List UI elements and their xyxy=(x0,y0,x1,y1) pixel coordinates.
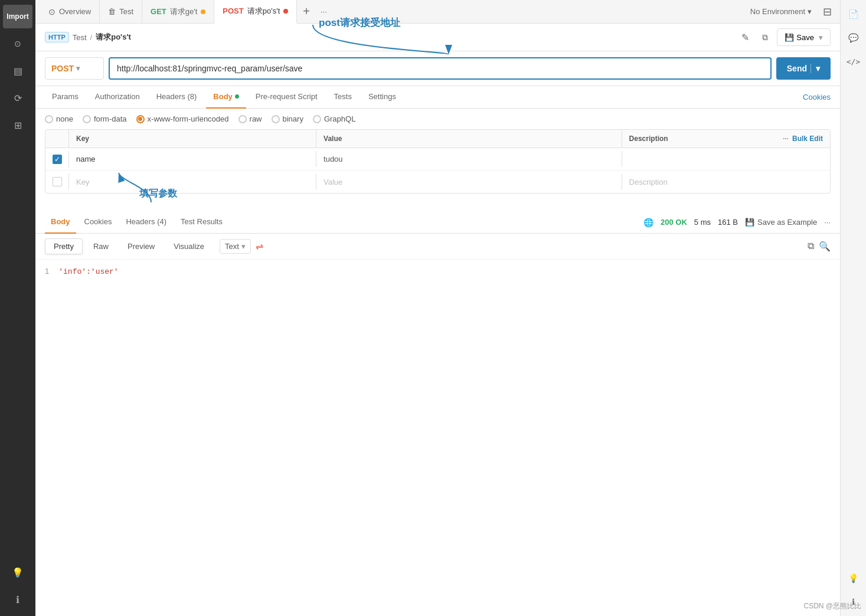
raw-option[interactable]: raw xyxy=(238,114,262,123)
placeholder-desc[interactable]: Description xyxy=(622,174,830,190)
method-select[interactable]: POST ▾ xyxy=(45,57,104,80)
url-input[interactable] xyxy=(109,57,772,80)
sidebar-item-env[interactable]: ⊞ xyxy=(6,113,30,137)
copy-response-icon[interactable]: ⧉ xyxy=(808,241,814,252)
post-method-label: POST xyxy=(223,6,243,15)
kv-header: Key Value Description ··· Bulk Edit xyxy=(45,130,830,148)
response-more-button[interactable]: ··· xyxy=(824,218,831,227)
right-bar: 📄 💬 </> 💡 ℹ xyxy=(840,0,866,616)
binary-radio[interactable] xyxy=(272,115,280,123)
resp-tab-headers[interactable]: Headers (4) xyxy=(120,211,172,234)
table-row: ✓ name tudou xyxy=(45,148,830,171)
send-button[interactable]: Send ▾ xyxy=(776,57,831,80)
tab-overview[interactable]: ⊙ Overview xyxy=(40,0,100,24)
urlencoded-option[interactable]: x-www-form-urlencoded xyxy=(136,114,229,123)
row-value[interactable]: tudou xyxy=(316,151,622,167)
view-visualize[interactable]: Visualize xyxy=(165,239,213,254)
tab-headers[interactable]: Headers (8) xyxy=(149,86,204,109)
right-code-icon[interactable]: </> xyxy=(844,52,863,71)
main-area: ⊙ Overview 🗑 Test GET 请求ge't POST 请求po's… xyxy=(35,0,840,616)
post-dot xyxy=(283,9,288,14)
chevron-down-icon: ▾ xyxy=(808,7,812,16)
breadcrumb-path1: Test xyxy=(73,33,87,42)
resp-tests-label: Test Results xyxy=(181,217,223,226)
copy-icon-btn[interactable]: ⧉ xyxy=(757,29,773,45)
resp-tab-body[interactable]: Body xyxy=(45,211,76,234)
raw-radio[interactable] xyxy=(238,115,247,123)
none-radio[interactable] xyxy=(45,115,53,123)
graphql-radio[interactable] xyxy=(313,115,321,123)
sidebar-item-info[interactable]: ℹ xyxy=(6,588,30,611)
none-label: none xyxy=(56,114,73,123)
method-chevron: ▾ xyxy=(76,64,80,73)
env-label: No Environment xyxy=(750,7,805,16)
body-active-dot xyxy=(235,94,239,99)
tab-authorization[interactable]: Authorization xyxy=(88,86,147,109)
add-tab-button[interactable]: + xyxy=(297,5,316,18)
request-header-row: HTTP Test / 请求po's't ✎ ⧉ 💾 Save ▾ xyxy=(35,24,840,51)
get-method-label: GET xyxy=(151,7,166,16)
watermark: CSDN @恶熊比比 xyxy=(803,601,861,611)
response-status-area: 🌐 200 OK 5 ms 161 B 💾 Save as Example ··… xyxy=(643,218,831,227)
form-data-option[interactable]: form-data xyxy=(83,114,127,123)
tab-prerequest[interactable]: Pre-request Script xyxy=(249,86,325,109)
kv-actions: ··· Bulk Edit xyxy=(783,135,823,143)
sidebar-item-overview[interactable]: ⊙ xyxy=(6,32,30,55)
tab-body[interactable]: Body xyxy=(206,86,246,109)
row-key[interactable]: name xyxy=(69,151,316,167)
sidebar-item-history[interactable]: ⟳ xyxy=(6,86,30,110)
edit-icon-btn[interactable]: ✎ xyxy=(737,29,753,45)
format-select[interactable]: Text ▾ xyxy=(220,239,251,254)
form-data-radio[interactable] xyxy=(83,115,91,123)
urlencoded-radio[interactable] xyxy=(136,115,145,123)
checkbox[interactable]: ✓ xyxy=(53,155,62,164)
tab-get[interactable]: GET 请求ge't xyxy=(142,0,214,24)
wrap-icon[interactable]: ⇌ xyxy=(256,241,263,252)
row-description[interactable] xyxy=(622,156,830,163)
none-option[interactable]: none xyxy=(45,114,73,123)
tab-post[interactable]: POST 请求po's't xyxy=(214,0,297,24)
view-pretty[interactable]: Pretty xyxy=(45,238,83,254)
binary-label: binary xyxy=(283,114,303,123)
import-button[interactable]: Import xyxy=(3,5,32,28)
save-button[interactable]: 💾 Save ▾ xyxy=(777,28,831,46)
binary-option[interactable]: binary xyxy=(272,114,303,123)
empty-checkbox xyxy=(53,177,62,186)
cookies-link[interactable]: Cookies xyxy=(803,93,831,101)
view-raw[interactable]: Raw xyxy=(85,239,117,254)
more-icon[interactable]: ··· xyxy=(783,135,789,143)
kv-table: Key Value Description ··· Bulk Edit ✓ na… xyxy=(45,129,831,194)
resp-tab-tests[interactable]: Test Results xyxy=(175,211,228,234)
tab-post-label: 请求po's't xyxy=(247,6,280,17)
graphql-label: GraphQL xyxy=(324,114,355,123)
more-tabs-button[interactable]: ··· xyxy=(316,7,332,16)
fill-params-label: 填写参数 xyxy=(139,188,177,200)
save-example-button[interactable]: 💾 Save as Example xyxy=(745,218,817,227)
fill-params-area: 填写参数 xyxy=(45,194,831,211)
search-response-icon[interactable]: 🔍 xyxy=(819,241,831,252)
placeholder-key[interactable]: Key xyxy=(69,174,316,190)
tab-params[interactable]: Params xyxy=(45,86,86,109)
placeholder-value[interactable]: Value xyxy=(316,174,622,190)
environment-selector[interactable]: No Environment ▾ xyxy=(743,7,819,16)
tab-tests[interactable]: Tests xyxy=(327,86,359,109)
kv-check-header xyxy=(45,130,69,148)
right-chat-icon[interactable]: 💬 xyxy=(844,28,863,47)
row-check[interactable]: ✓ xyxy=(45,151,69,168)
breadcrumb-current: 请求po's't xyxy=(96,32,131,42)
save-label: Save xyxy=(796,33,814,42)
right-doc-icon[interactable]: 📄 xyxy=(844,5,863,24)
code-line-1: 1 'info':'user' xyxy=(45,267,831,276)
bulk-edit-button[interactable]: Bulk Edit xyxy=(792,135,823,143)
view-preview[interactable]: Preview xyxy=(119,239,163,254)
workspace-icon[interactable]: ⊟ xyxy=(819,4,835,20)
sidebar-item-lightbulb[interactable]: 💡 xyxy=(6,561,30,584)
graphql-option[interactable]: GraphQL xyxy=(313,114,355,123)
right-bulb-icon[interactable]: 💡 xyxy=(844,569,863,588)
sidebar-item-collections[interactable]: ▤ xyxy=(6,59,30,83)
tab-settings[interactable]: Settings xyxy=(361,86,403,109)
tab-test[interactable]: 🗑 Test xyxy=(100,0,142,24)
resp-tab-cookies[interactable]: Cookies xyxy=(79,211,118,234)
line-number-1: 1 xyxy=(45,267,49,276)
settings-label: Settings xyxy=(368,92,396,101)
